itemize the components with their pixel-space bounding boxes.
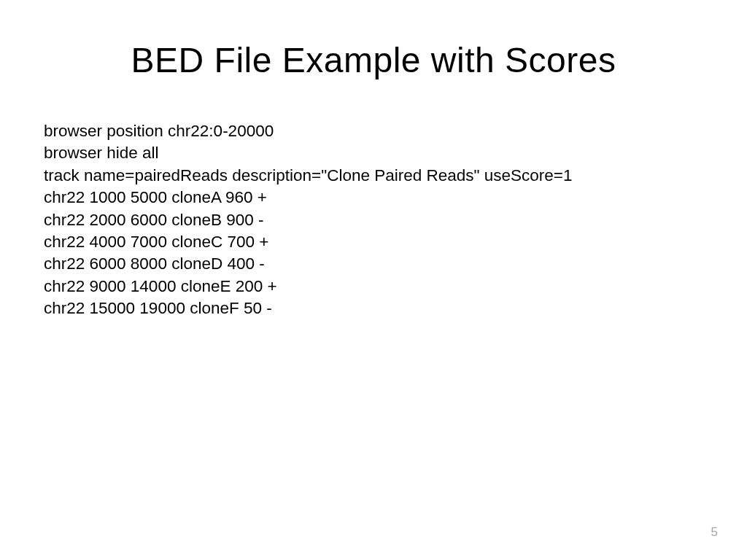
slide-title: BED File Example with Scores bbox=[44, 40, 703, 80]
body-line: browser position chr22:0-20000 bbox=[44, 120, 703, 142]
body-line: chr22 15000 19000 cloneF 50 - bbox=[44, 298, 703, 319]
body-line: chr22 6000 8000 cloneD 400 - bbox=[44, 253, 703, 275]
page-number: 5 bbox=[711, 525, 718, 540]
body-line: chr22 9000 14000 cloneE 200 + bbox=[44, 276, 703, 298]
body-line: chr22 4000 7000 cloneC 700 + bbox=[44, 231, 703, 253]
body-line: track name=pairedReads description="Clon… bbox=[44, 165, 703, 187]
slide-container: BED File Example with Scores browser pos… bbox=[0, 0, 747, 560]
body-line: browser hide all bbox=[44, 142, 703, 164]
slide-body: browser position chr22:0-20000 browser h… bbox=[44, 120, 703, 319]
body-line: chr22 2000 6000 cloneB 900 - bbox=[44, 209, 703, 231]
body-line: chr22 1000 5000 cloneA 960 + bbox=[44, 187, 703, 209]
